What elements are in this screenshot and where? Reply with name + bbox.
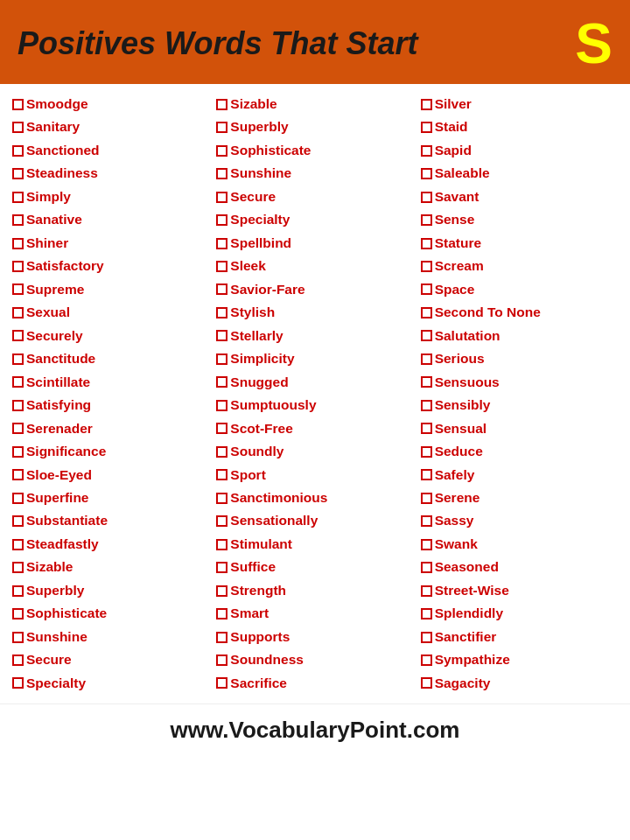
checkbox-icon[interactable] [421, 632, 432, 643]
list-item[interactable]: Snugged [216, 371, 413, 394]
list-item[interactable]: Street-Wise [421, 579, 618, 602]
checkbox-icon[interactable] [12, 493, 24, 504]
checkbox-icon[interactable] [421, 515, 432, 527]
list-item[interactable]: Scream [421, 255, 618, 277]
list-item[interactable]: Seasoned [421, 556, 618, 578]
checkbox-icon[interactable] [216, 400, 228, 411]
list-item[interactable]: Superfine [12, 486, 209, 509]
list-item[interactable]: Supports [216, 626, 413, 648]
checkbox-icon[interactable] [421, 654, 432, 666]
checkbox-icon[interactable] [216, 214, 228, 226]
list-item[interactable]: Sagacity [421, 672, 618, 695]
checkbox-icon[interactable] [216, 122, 228, 133]
checkbox-icon[interactable] [216, 515, 228, 527]
list-item[interactable]: Sanctimonious [216, 486, 413, 509]
checkbox-icon[interactable] [216, 284, 228, 295]
checkbox-icon[interactable] [12, 469, 24, 480]
checkbox-icon[interactable] [12, 515, 24, 527]
checkbox-icon[interactable] [216, 307, 228, 318]
list-item[interactable]: Sensationally [216, 509, 413, 532]
checkbox-icon[interactable] [216, 238, 228, 249]
checkbox-icon[interactable] [216, 608, 228, 620]
checkbox-icon[interactable] [12, 562, 24, 573]
list-item[interactable]: Sunshine [216, 162, 413, 185]
checkbox-icon[interactable] [421, 99, 432, 110]
checkbox-icon[interactable] [421, 423, 432, 434]
checkbox-icon[interactable] [421, 330, 432, 341]
list-item[interactable]: Splendidly [421, 602, 618, 625]
list-item[interactable]: Sympathize [421, 648, 618, 671]
list-item[interactable]: Sassy [421, 509, 618, 532]
checkbox-icon[interactable] [216, 493, 228, 504]
list-item[interactable]: Sunshine [12, 626, 209, 648]
checkbox-icon[interactable] [421, 446, 432, 458]
list-item[interactable]: Sumptuously [216, 394, 413, 416]
checkbox-icon[interactable] [421, 122, 432, 133]
checkbox-icon[interactable] [216, 469, 228, 480]
list-item[interactable]: Satisfying [12, 394, 209, 416]
list-item[interactable]: Soundness [216, 648, 413, 671]
list-item[interactable]: Spellbind [216, 232, 413, 255]
list-item[interactable]: Salutation [421, 325, 618, 347]
list-item[interactable]: Strength [216, 579, 413, 602]
list-item[interactable]: Substantiate [12, 509, 209, 532]
list-item[interactable]: Specialty [216, 208, 413, 231]
list-item[interactable]: Stimulant [216, 533, 413, 556]
checkbox-icon[interactable] [12, 654, 24, 666]
checkbox-icon[interactable] [421, 168, 432, 179]
checkbox-icon[interactable] [421, 284, 432, 295]
checkbox-icon[interactable] [216, 585, 228, 597]
list-item[interactable]: Seduce [421, 440, 618, 463]
checkbox-icon[interactable] [12, 677, 24, 689]
list-item[interactable]: Sport [216, 464, 413, 486]
checkbox-icon[interactable] [12, 539, 24, 550]
list-item[interactable]: Second To None [421, 301, 618, 324]
checkbox-icon[interactable] [421, 608, 432, 620]
list-item[interactable]: Sanctifier [421, 626, 618, 648]
list-item[interactable]: Specialty [12, 672, 209, 695]
checkbox-icon[interactable] [216, 376, 228, 388]
checkbox-icon[interactable] [216, 539, 228, 550]
list-item[interactable]: Stellarly [216, 325, 413, 347]
checkbox-icon[interactable] [216, 145, 228, 157]
checkbox-icon[interactable] [12, 145, 24, 157]
checkbox-icon[interactable] [421, 238, 432, 249]
list-item[interactable]: Saleable [421, 162, 618, 185]
list-item[interactable]: Sapid [421, 139, 618, 162]
list-item[interactable]: Scot-Free [216, 417, 413, 440]
list-item[interactable]: Staid [421, 116, 618, 138]
checkbox-icon[interactable] [12, 446, 24, 458]
list-item[interactable]: Sophisticate [216, 139, 413, 162]
list-item[interactable]: Serious [421, 347, 618, 370]
list-item[interactable]: Soundly [216, 440, 413, 463]
list-item[interactable]: Sloe-Eyed [12, 464, 209, 486]
checkbox-icon[interactable] [216, 99, 228, 110]
list-item[interactable]: Smart [216, 602, 413, 625]
list-item[interactable]: Scintillate [12, 371, 209, 394]
list-item[interactable]: Superbly [12, 579, 209, 602]
list-item[interactable]: Superbly [216, 116, 413, 138]
list-item[interactable]: Sensuous [421, 371, 618, 394]
checkbox-icon[interactable] [421, 192, 432, 203]
checkbox-icon[interactable] [421, 677, 432, 689]
checkbox-icon[interactable] [216, 354, 228, 365]
checkbox-icon[interactable] [12, 192, 24, 203]
list-item[interactable]: Significance [12, 440, 209, 463]
list-item[interactable]: Satisfactory [12, 255, 209, 277]
checkbox-icon[interactable] [421, 400, 432, 411]
checkbox-icon[interactable] [12, 632, 24, 643]
checkbox-icon[interactable] [12, 423, 24, 434]
checkbox-icon[interactable] [421, 562, 432, 573]
checkbox-icon[interactable] [216, 677, 228, 689]
list-item[interactable]: Serene [421, 486, 618, 509]
list-item[interactable]: Stature [421, 232, 618, 255]
checkbox-icon[interactable] [12, 330, 24, 341]
checkbox-icon[interactable] [12, 122, 24, 133]
checkbox-icon[interactable] [12, 376, 24, 388]
list-item[interactable]: Silver [421, 93, 618, 116]
checkbox-icon[interactable] [421, 469, 432, 480]
checkbox-icon[interactable] [216, 168, 228, 179]
checkbox-icon[interactable] [216, 632, 228, 643]
checkbox-icon[interactable] [12, 608, 24, 620]
checkbox-icon[interactable] [216, 192, 228, 203]
